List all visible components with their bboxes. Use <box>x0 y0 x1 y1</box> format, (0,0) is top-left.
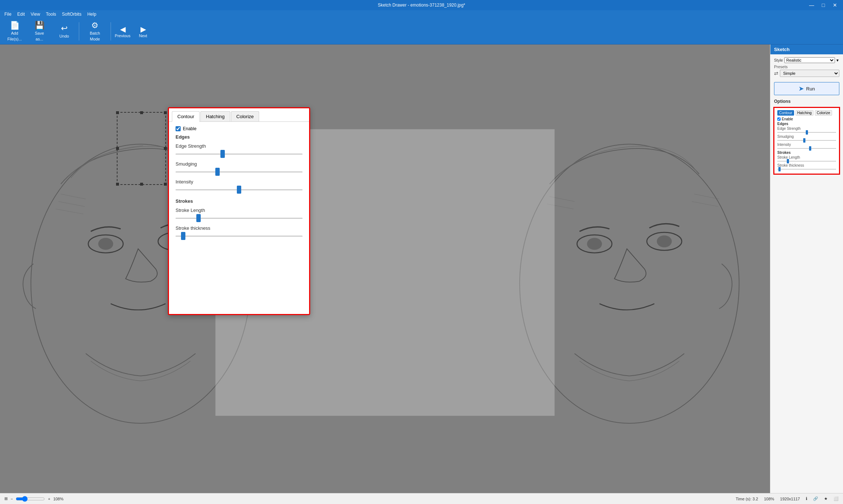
share-icon: 🔗 <box>813 496 818 501</box>
time-display: Time (s): 3.2 <box>736 497 758 501</box>
right-panel-header: Sketch <box>770 44 843 54</box>
next-button[interactable]: ▶ Next <box>134 25 152 38</box>
smudging-thumb[interactable] <box>215 168 220 176</box>
tab-colorize[interactable]: Colorize <box>231 111 259 121</box>
menu-softorbits[interactable]: SoftOrbits <box>59 11 84 18</box>
previous-label: Previous <box>115 34 131 38</box>
mini-edge-strength-slider[interactable] <box>777 131 836 134</box>
save-as-icon: 💾 <box>35 22 45 30</box>
previous-icon: ◀ <box>120 25 126 34</box>
toolbar: 📄 Add File(s)... 💾 Save as... ↩ Undo ⚙ B… <box>0 18 843 44</box>
mini-intensity-slider[interactable] <box>777 147 836 150</box>
stroke-thickness-slider[interactable] <box>176 232 303 240</box>
sketch-image <box>0 44 770 493</box>
mini-intensity-track <box>777 148 836 149</box>
add-files-button[interactable]: 📄 Add File(s)... <box>3 20 26 43</box>
style-chevron-icon: ▼ <box>836 58 839 62</box>
menu-file[interactable]: File <box>1 11 14 18</box>
smudging-slider[interactable] <box>176 168 303 175</box>
menu-edit[interactable]: Edit <box>14 11 28 18</box>
maximize-button[interactable]: □ <box>818 1 828 9</box>
mini-tab-hatching[interactable]: Hatching <box>796 110 813 116</box>
edge-strength-thumb[interactable] <box>220 150 225 158</box>
style-label: Style <box>774 58 783 62</box>
intensity-thumb[interactable] <box>237 186 241 194</box>
mini-intensity-label: Intensity <box>777 143 836 147</box>
mini-smudging-slider[interactable] <box>777 139 836 142</box>
run-label: Run <box>806 86 815 92</box>
mini-stroke-thickness-label: Stroke thickness <box>777 163 836 167</box>
zoom2-display: 108% <box>764 497 774 501</box>
next-icon: ▶ <box>140 25 146 34</box>
undo-icon: ↩ <box>61 24 68 32</box>
presets-dropdown[interactable]: Simple <box>780 70 839 77</box>
batch-mode-button[interactable]: ⚙ Batch Mode <box>82 20 108 43</box>
close-button[interactable]: ✕ <box>830 1 840 9</box>
style-dropdown[interactable]: Realistic <box>784 57 835 63</box>
mini-stroke-thickness-track <box>777 169 836 170</box>
enable-checkbox[interactable] <box>176 126 181 131</box>
mini-edge-strength-thumb[interactable] <box>806 130 808 135</box>
stroke-thickness-thumb[interactable] <box>181 232 185 240</box>
mini-stroke-thickness-thumb[interactable] <box>778 167 781 171</box>
save-as-label2: as... <box>36 37 43 41</box>
add-files-icon: 📄 <box>10 22 20 30</box>
menu-tools[interactable]: Tools <box>43 11 59 18</box>
mini-stroke-length-label: Stroke Length <box>777 155 836 159</box>
stroke-length-thumb[interactable] <box>196 214 201 222</box>
title-bar-title: Sketch Drawer - emotions-371238_1920.jpg… <box>378 3 465 8</box>
zoom-slider[interactable] <box>16 496 45 502</box>
mini-smudging-label: Smudging <box>777 135 836 139</box>
menu-help[interactable]: Help <box>84 11 99 18</box>
add-files-label2: File(s)... <box>7 37 22 41</box>
next-label: Next <box>139 34 147 38</box>
add-files-label: Add <box>11 31 18 35</box>
floating-panel: Contour Hatching Colorize Enable Edges E… <box>168 107 310 315</box>
run-arrow-icon: ➤ <box>798 85 804 93</box>
zoom-in-button[interactable]: + <box>48 497 50 501</box>
menu-view[interactable]: View <box>28 11 43 18</box>
info-icon: ℹ <box>806 496 807 501</box>
toolbar-separator <box>79 22 79 40</box>
mini-smudging-thumb[interactable] <box>803 138 805 143</box>
status-bar: ⊞ − + 108% Time (s): 3.2 108% 1920x1117 … <box>0 493 843 504</box>
mini-edge-strength-track <box>777 132 836 133</box>
menu-bar: File Edit View Tools SoftOrbits Help <box>0 10 843 18</box>
panel-tabs: Contour Hatching Colorize <box>169 108 309 122</box>
zoom-out-button[interactable]: − <box>11 497 13 501</box>
mini-tab-contour[interactable]: Contour <box>777 110 794 116</box>
mini-intensity-thumb[interactable] <box>809 146 811 151</box>
main-layout: Contour Hatching Colorize Enable Edges E… <box>0 44 843 493</box>
style-section: Style Realistic ▼ Presets ⇄ Simple <box>770 54 843 80</box>
mini-enable-row: Enable <box>777 117 836 121</box>
zoom-level-display: 108% <box>53 497 63 501</box>
mini-stroke-length-slider[interactable] <box>777 160 836 163</box>
tab-contour[interactable]: Contour <box>172 111 200 122</box>
intensity-slider[interactable] <box>176 186 303 193</box>
previous-button[interactable]: ◀ Previous <box>114 25 131 38</box>
presets-label: Presets <box>774 65 839 69</box>
canvas-area[interactable]: Contour Hatching Colorize Enable Edges E… <box>0 44 770 493</box>
presets-row: Presets ⇄ Simple <box>774 65 839 77</box>
mini-strokes-label: Strokes <box>777 151 836 155</box>
presets-icon: ⇄ <box>774 70 778 76</box>
stroke-thickness-track <box>176 236 303 237</box>
mini-smudging-track <box>777 140 836 141</box>
enable-label: Enable <box>183 126 196 131</box>
mini-enable-label: Enable <box>782 117 793 121</box>
minimize-button[interactable]: — <box>807 1 817 9</box>
edge-strength-slider[interactable] <box>176 150 303 158</box>
stroke-length-slider[interactable] <box>176 214 303 222</box>
mini-stroke-length-thumb[interactable] <box>787 159 789 163</box>
star-icon: ★ <box>824 496 828 501</box>
undo-button[interactable]: ↩ Undo <box>53 20 76 43</box>
svg-point-15 <box>657 235 672 247</box>
run-button[interactable]: ➤ Run <box>774 82 839 95</box>
mini-enable-checkbox[interactable] <box>777 117 781 121</box>
save-as-button[interactable]: 💾 Save as... <box>28 20 51 43</box>
mini-edges-label: Edges <box>777 122 836 126</box>
mini-tab-colorize[interactable]: Colorize <box>815 110 832 116</box>
batch-mode-label: Batch <box>90 31 100 35</box>
tab-hatching[interactable]: Hatching <box>200 111 230 121</box>
mini-stroke-thickness-slider[interactable] <box>777 168 836 171</box>
